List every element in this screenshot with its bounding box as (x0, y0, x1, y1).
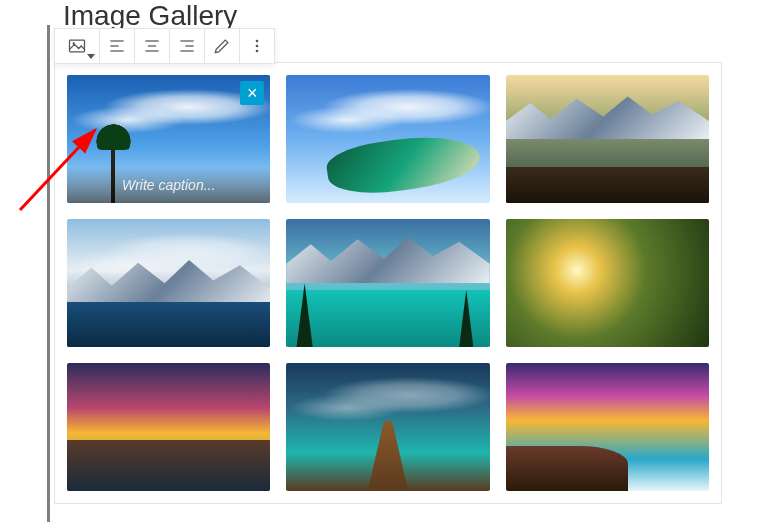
close-icon: × (247, 84, 258, 102)
svg-point-13 (256, 50, 259, 53)
gallery-item[interactable] (506, 363, 709, 491)
chevron-down-icon (87, 54, 95, 59)
caption-placeholder: Write caption... (122, 177, 215, 193)
gallery-item[interactable] (506, 219, 709, 347)
gallery-item[interactable] (286, 75, 489, 203)
edit-button[interactable] (205, 29, 240, 63)
svg-point-1 (73, 42, 75, 44)
gallery-item[interactable] (286, 363, 489, 491)
gallery-grid: × Write caption... (67, 75, 709, 491)
block-toolbar (54, 28, 275, 64)
gallery-block[interactable]: × Write caption... (54, 62, 722, 504)
svg-line-14 (20, 130, 95, 210)
svg-point-12 (256, 45, 259, 48)
more-options-button[interactable] (240, 29, 274, 63)
gallery-item[interactable] (506, 75, 709, 203)
gallery-item[interactable] (67, 219, 270, 347)
annotation-arrow (20, 110, 130, 224)
align-left-button[interactable] (100, 29, 135, 63)
gallery-item[interactable] (67, 363, 270, 491)
remove-image-button[interactable]: × (240, 81, 264, 105)
align-right-button[interactable] (170, 29, 205, 63)
block-type-switcher[interactable] (55, 29, 100, 63)
align-center-button[interactable] (135, 29, 170, 63)
svg-point-11 (256, 40, 259, 43)
gallery-item[interactable] (286, 219, 489, 347)
